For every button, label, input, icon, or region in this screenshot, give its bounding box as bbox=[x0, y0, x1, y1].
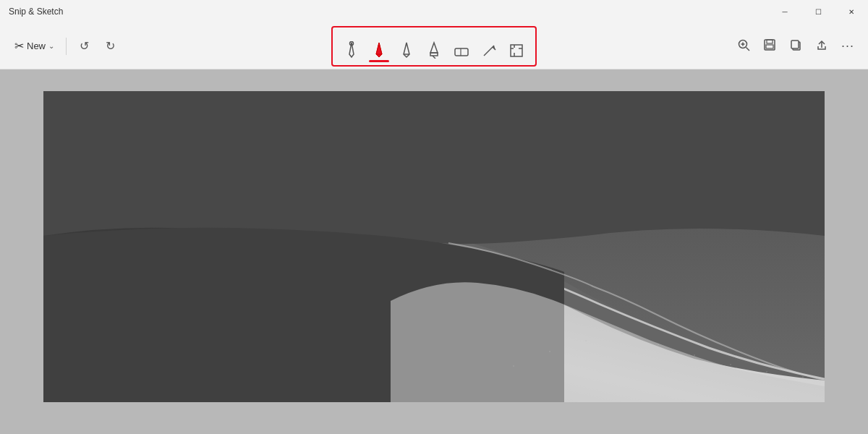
save-icon bbox=[763, 38, 776, 54]
ruler-icon bbox=[481, 43, 497, 61]
pen-icon bbox=[372, 41, 386, 61]
title-bar-left: Snip & Sketch bbox=[9, 7, 63, 17]
tool-group bbox=[331, 26, 537, 67]
undo-icon: ↺ bbox=[80, 39, 89, 53]
canvas-area bbox=[0, 69, 868, 434]
toolbar-divider bbox=[66, 38, 67, 55]
toolbar: ✂ New ⌄ ↺ ↻ bbox=[0, 23, 868, 69]
minimize-button[interactable]: ─ bbox=[768, 0, 801, 23]
svg-rect-25 bbox=[766, 45, 773, 48]
svg-line-20 bbox=[746, 47, 750, 51]
redo-icon: ↻ bbox=[106, 39, 115, 53]
ballpoint-pen-icon bbox=[344, 41, 359, 61]
more-icon: ··· bbox=[841, 38, 854, 54]
image-container bbox=[43, 91, 825, 402]
svg-marker-6 bbox=[430, 43, 438, 53]
ballpoint-pen-button[interactable] bbox=[339, 30, 365, 62]
toolbar-left: ✂ New ⌄ ↺ ↻ bbox=[9, 35, 122, 58]
svg-rect-14 bbox=[511, 45, 522, 56]
snip-icon: ✂ bbox=[14, 39, 24, 53]
svg-rect-9 bbox=[455, 48, 468, 56]
undo-button[interactable]: ↺ bbox=[72, 35, 95, 58]
new-button[interactable]: ✂ New ⌄ bbox=[9, 36, 60, 56]
close-button[interactable]: ✕ bbox=[835, 0, 868, 23]
svg-point-38 bbox=[802, 376, 804, 378]
new-label: New bbox=[27, 41, 46, 51]
crop-button[interactable] bbox=[503, 30, 529, 62]
app-title: Snip & Sketch bbox=[9, 7, 63, 17]
pen-button[interactable] bbox=[366, 30, 392, 62]
dune-image bbox=[43, 91, 825, 402]
highlighter-icon bbox=[427, 41, 441, 61]
svg-marker-4 bbox=[404, 43, 409, 57]
chevron-down-icon: ⌄ bbox=[48, 42, 54, 50]
copy-button[interactable] bbox=[784, 35, 807, 58]
svg-point-35 bbox=[694, 354, 695, 356]
svg-rect-7 bbox=[430, 53, 438, 56]
more-options-button[interactable]: ··· bbox=[836, 35, 859, 58]
restore-button[interactable]: ☐ bbox=[801, 0, 835, 23]
pencil-button[interactable] bbox=[393, 30, 420, 62]
eraser-icon bbox=[454, 46, 469, 61]
svg-point-36 bbox=[730, 364, 731, 365]
copy-icon bbox=[789, 38, 802, 54]
zoom-in-button[interactable] bbox=[732, 35, 755, 58]
svg-marker-3 bbox=[376, 43, 382, 54]
svg-point-37 bbox=[766, 371, 767, 373]
title-bar: Snip & Sketch ─ ☐ ✕ bbox=[0, 0, 868, 23]
save-button[interactable] bbox=[758, 35, 781, 58]
title-bar-controls: ─ ☐ ✕ bbox=[768, 0, 868, 23]
zoom-in-icon bbox=[737, 38, 750, 54]
pencil-icon bbox=[399, 41, 414, 61]
toolbar-right: ··· bbox=[732, 35, 859, 58]
ruler-button[interactable] bbox=[476, 30, 502, 62]
share-button[interactable] bbox=[810, 35, 833, 58]
redo-button[interactable]: ↻ bbox=[98, 35, 122, 58]
share-icon bbox=[815, 38, 828, 54]
eraser-button[interactable] bbox=[448, 30, 475, 62]
crop-icon bbox=[509, 43, 524, 61]
highlighter-button[interactable] bbox=[421, 30, 447, 62]
svg-rect-27 bbox=[791, 41, 799, 48]
